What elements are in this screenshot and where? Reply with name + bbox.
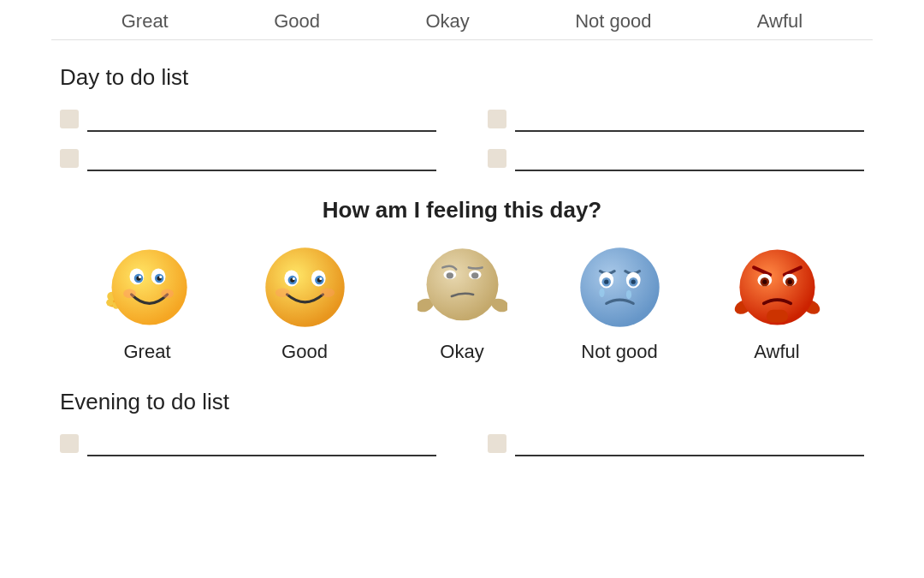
top-label-awful: Awful bbox=[757, 10, 803, 33]
okay-label: Okay bbox=[440, 341, 483, 363]
svg-point-38 bbox=[604, 280, 608, 284]
feeling-question: How am I feeling this day? bbox=[51, 197, 873, 223]
svg-point-31 bbox=[446, 272, 453, 278]
great-label: Great bbox=[123, 341, 170, 363]
good-emoji-icon bbox=[260, 242, 350, 332]
great-emoji-icon bbox=[103, 242, 192, 332]
day-input-3[interactable] bbox=[87, 147, 436, 171]
page-container: Great Good Okay Not good Awful Day to do… bbox=[0, 0, 924, 456]
evening-todo-item-2 bbox=[488, 432, 864, 456]
svg-point-12 bbox=[159, 276, 162, 278]
day-checkbox-2[interactable] bbox=[488, 110, 506, 128]
evening-input-2[interactable] bbox=[515, 432, 864, 456]
day-todo-item-3 bbox=[60, 147, 436, 171]
good-emoji-wrap bbox=[260, 242, 350, 332]
day-todo-title: Day to do list bbox=[51, 64, 873, 91]
day-todo-section: Day to do list bbox=[51, 64, 873, 171]
feeling-option-great[interactable]: Great bbox=[103, 242, 192, 363]
not-good-label: Not good bbox=[581, 341, 657, 363]
feeling-option-okay[interactable]: Okay bbox=[418, 242, 507, 363]
not-good-emoji-wrap bbox=[575, 242, 665, 332]
good-label: Good bbox=[281, 341, 328, 363]
day-todo-item-4 bbox=[488, 147, 864, 171]
svg-point-50 bbox=[787, 280, 791, 284]
great-emoji-wrap bbox=[103, 242, 192, 332]
day-checkbox-3[interactable] bbox=[60, 149, 79, 168]
svg-point-15 bbox=[265, 247, 344, 326]
day-input-2[interactable] bbox=[515, 108, 864, 132]
feeling-option-awful[interactable]: Awful bbox=[732, 242, 822, 363]
day-todo-item-1 bbox=[60, 108, 436, 132]
not-good-emoji-icon bbox=[575, 242, 665, 332]
okay-emoji-wrap bbox=[418, 242, 507, 332]
svg-point-32 bbox=[471, 272, 478, 278]
okay-emoji-icon bbox=[418, 242, 507, 332]
feeling-options-row: Great bbox=[51, 242, 873, 363]
feeling-option-not-good[interactable]: Not good bbox=[575, 242, 665, 363]
svg-point-22 bbox=[292, 277, 294, 280]
svg-point-49 bbox=[762, 280, 767, 284]
day-todo-grid bbox=[51, 108, 873, 171]
evening-todo-section: Evening to do list bbox=[51, 389, 873, 456]
svg-point-14 bbox=[161, 289, 174, 299]
evening-todo-title: Evening to do list bbox=[51, 389, 873, 415]
feeling-section: How am I feeling this day? bbox=[51, 197, 873, 363]
svg-point-11 bbox=[139, 276, 141, 278]
top-label-okay: Okay bbox=[425, 10, 469, 33]
top-label-great: Great bbox=[121, 10, 169, 33]
svg-point-41 bbox=[625, 290, 631, 300]
top-label-good: Good bbox=[274, 10, 320, 33]
svg-point-24 bbox=[275, 289, 289, 298]
svg-point-25 bbox=[320, 289, 335, 298]
day-input-4[interactable] bbox=[515, 147, 864, 171]
evening-input-1[interactable] bbox=[87, 432, 436, 456]
top-label-not-good: Not good bbox=[575, 10, 651, 33]
awful-label: Awful bbox=[754, 341, 799, 363]
svg-point-4 bbox=[111, 249, 187, 325]
svg-point-23 bbox=[319, 277, 322, 280]
svg-rect-51 bbox=[766, 310, 787, 323]
day-checkbox-4[interactable] bbox=[488, 149, 506, 168]
awful-emoji-wrap bbox=[732, 242, 822, 332]
top-feeling-labels-row: Great Good Okay Not good Awful bbox=[51, 0, 873, 40]
evening-checkbox-1[interactable] bbox=[60, 434, 79, 453]
svg-point-33 bbox=[580, 247, 659, 326]
svg-point-28 bbox=[426, 248, 498, 320]
feeling-option-good[interactable]: Good bbox=[260, 242, 350, 363]
day-todo-item-2 bbox=[488, 108, 864, 132]
day-input-1[interactable] bbox=[87, 108, 436, 132]
evening-todo-grid bbox=[51, 432, 873, 456]
awful-emoji-icon bbox=[732, 242, 822, 332]
day-checkbox-1[interactable] bbox=[60, 110, 79, 128]
svg-point-40 bbox=[599, 289, 604, 298]
evening-checkbox-2[interactable] bbox=[488, 434, 506, 453]
svg-point-13 bbox=[123, 289, 136, 299]
svg-point-2 bbox=[106, 299, 113, 306]
svg-point-39 bbox=[631, 280, 635, 284]
evening-todo-item-1 bbox=[60, 432, 436, 456]
